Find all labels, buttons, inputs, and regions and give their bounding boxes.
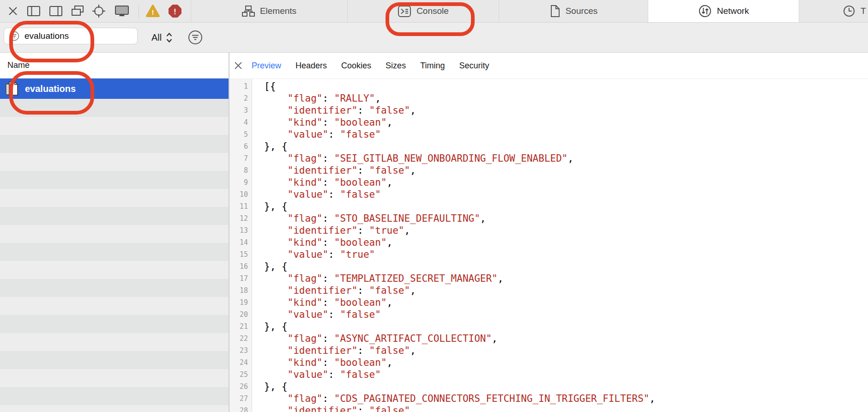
inspector-tabstrip: Elements Console Sources Network <box>191 0 867 22</box>
list-row-stripe <box>0 135 229 153</box>
line-number: 23 <box>229 345 252 357</box>
detail-tab-bar: Preview Headers Cookies Sizes Timing Sec… <box>229 53 868 79</box>
scope-dropdown[interactable]: All <box>151 23 173 52</box>
list-row-stripe <box>0 207 229 225</box>
line-number: 24 <box>229 357 252 369</box>
code-line: "flag": "CDS_PAGINATED_CONNECTORS_FETCHI… <box>264 393 655 405</box>
filter-lines-circle-icon[interactable] <box>187 30 203 45</box>
warning-badge-icon[interactable]: ! <box>145 0 161 22</box>
up-down-chevrons-icon <box>166 32 173 43</box>
line-number: 20 <box>229 309 252 321</box>
list-item-label: evaluations <box>25 84 76 94</box>
tab-headers[interactable]: Headers <box>295 61 327 71</box>
scope-dropdown-label: All <box>151 32 162 43</box>
code-line: "identifier": "false", <box>264 345 655 357</box>
code-line: "identifier": "false", <box>264 405 655 412</box>
name-column-header[interactable]: Name <box>0 53 229 79</box>
list-row-stripe <box>0 99 229 117</box>
code-line: }, { <box>264 381 655 393</box>
tab-label: T <box>861 6 866 16</box>
list-row-stripe <box>0 405 229 412</box>
line-number: 26 <box>229 381 252 393</box>
list-row-stripe <box>0 225 229 243</box>
network-filter-bar: evaluations All <box>0 23 868 53</box>
line-number: 11 <box>229 200 252 212</box>
line-number: 5 <box>229 128 252 140</box>
list-row-stripe <box>0 333 229 351</box>
json-code: [{ "flag": "RALLY", "identifier": "false… <box>252 79 655 412</box>
line-number-gutter: 1234567891011121314151617181920212223242… <box>229 79 252 412</box>
svg-text:!: ! <box>174 8 176 16</box>
line-number: 16 <box>229 261 252 273</box>
tab-label: Sources <box>566 6 598 16</box>
network-arrows-icon <box>698 4 712 18</box>
document-icon <box>549 5 561 18</box>
tab-timing[interactable]: Timing <box>420 61 445 71</box>
tab-cookies[interactable]: Cookies <box>341 61 371 71</box>
list-row-stripe <box>0 171 229 189</box>
element-target-icon[interactable] <box>91 0 107 22</box>
list-row-stripe <box>0 279 229 297</box>
code-line: "kind": "boolean", <box>264 236 655 248</box>
line-number: 12 <box>229 212 252 224</box>
tab-console[interactable]: Console <box>347 0 499 22</box>
line-number: 22 <box>229 333 252 345</box>
code-line: "flag": "SEI_GITLAB_NEW_ONBOARDING_FLOW_… <box>264 152 655 164</box>
code-line: "value": "false" <box>264 369 655 381</box>
sidebar-left-icon[interactable] <box>26 0 42 22</box>
line-number: 14 <box>229 236 252 248</box>
list-row-stripe <box>0 297 229 315</box>
line-number: 18 <box>229 285 252 297</box>
code-line: "flag": "STO_BASELINE_DEFAULTING", <box>264 212 655 224</box>
tab-elements[interactable]: Elements <box>191 0 347 22</box>
line-number: 17 <box>229 273 252 285</box>
close-x-icon[interactable] <box>234 61 242 70</box>
filter-lines-icon <box>9 30 20 42</box>
line-number: 8 <box>229 164 252 176</box>
code-line: "identifier": "true", <box>264 224 655 236</box>
code-line: "identifier": "false", <box>264 164 655 176</box>
tab-security[interactable]: Security <box>459 61 489 71</box>
list-row-stripe <box>0 117 229 135</box>
resource-detail-pane: Preview Headers Cookies Sizes Timing Sec… <box>229 53 868 412</box>
line-number: 6 <box>229 140 252 152</box>
tab-timelines-truncated[interactable]: T <box>799 0 867 22</box>
device-screen-icon[interactable] <box>114 0 130 22</box>
code-line: }, { <box>264 140 655 152</box>
list-row-stripe <box>0 369 229 387</box>
code-line: [{ <box>264 80 655 92</box>
code-line: "identifier": "false", <box>264 285 655 297</box>
tab-sources[interactable]: Sources <box>499 0 648 22</box>
list-row-stripe <box>0 315 229 333</box>
code-line: "kind": "boolean", <box>264 176 655 188</box>
list-item-evaluations[interactable]: evaluations <box>0 79 229 99</box>
line-number: 15 <box>229 248 252 261</box>
error-badge-icon[interactable]: ! <box>167 0 183 22</box>
tab-sizes[interactable]: Sizes <box>386 61 406 71</box>
list-row-stripe <box>0 351 229 369</box>
close-icon[interactable] <box>6 0 20 22</box>
tab-preview[interactable]: Preview <box>252 61 281 71</box>
code-line: "value": "false" <box>264 188 655 200</box>
line-number: 10 <box>229 188 252 200</box>
code-line: "flag": "ASYNC_ARTIFACT_COLLECTION", <box>264 333 655 345</box>
code-line: "kind": "boolean", <box>264 357 655 369</box>
web-inspector-window: ! ! Elements Console <box>0 0 868 412</box>
line-number: 4 <box>229 116 252 128</box>
list-row-stripe <box>0 153 229 171</box>
line-number: 7 <box>229 152 252 164</box>
empty-list-rows <box>0 99 229 412</box>
tab-network[interactable]: Network <box>648 0 799 22</box>
line-number: 28 <box>229 405 252 412</box>
tab-label: Elements <box>260 6 296 16</box>
svg-text:!: ! <box>152 8 154 16</box>
sidebar-right-icon[interactable] <box>48 0 64 22</box>
line-number: 21 <box>229 321 252 333</box>
filter-input-value: evaluations <box>24 31 69 41</box>
code-line: "value": "false" <box>264 309 655 321</box>
console-prompt-icon <box>398 5 411 18</box>
name-column-label: Name <box>7 61 30 70</box>
list-row-stripe <box>0 387 229 405</box>
cascade-windows-icon[interactable] <box>70 0 85 22</box>
resource-filter-input[interactable]: evaluations <box>4 28 138 44</box>
